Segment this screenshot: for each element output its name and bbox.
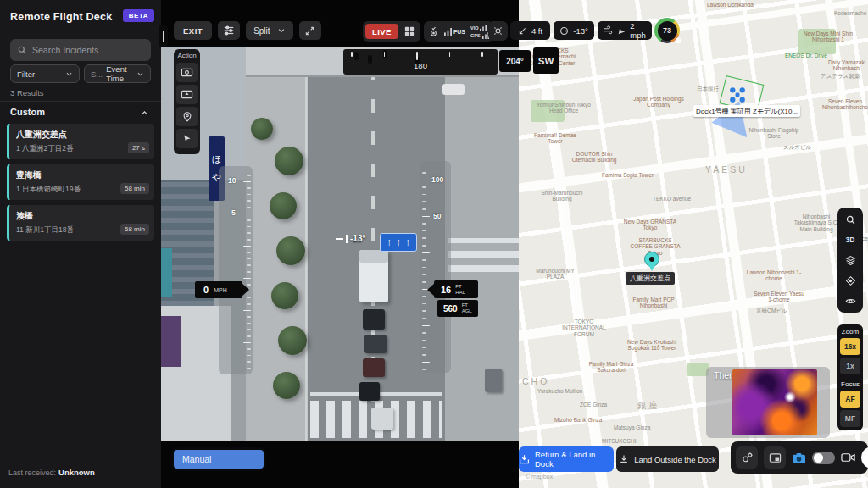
gimbal-icon (559, 26, 569, 36)
return-land-dock-button[interactable]: Return & Land in Dock (519, 446, 614, 472)
search-icon (17, 45, 27, 55)
vehicle (363, 358, 385, 377)
land-outside-label: Land Outside the Dock (634, 455, 716, 464)
media-capture-button[interactable] (176, 63, 198, 82)
alt-tick (422, 180, 430, 181)
drone-name-label[interactable]: Dock1号機 実証用 Zモデル(X10... (693, 105, 800, 117)
thermal-preview[interactable]: Thermal (706, 367, 830, 438)
incident-card[interactable]: 豊海橋1 日本橋箱崎町19番58 min (7, 164, 154, 200)
lane-traffic-sign: ↑↑↑ (380, 233, 417, 252)
live-label: LIVE (372, 27, 392, 36)
speed-tick (247, 264, 251, 266)
speed-tick (243, 181, 251, 183)
speed-tick (247, 252, 251, 253)
chevron-down-icon (65, 70, 73, 78)
speed-tick (247, 329, 251, 330)
fly-to-button[interactable] (176, 129, 198, 148)
exit-button[interactable]: EXIT (174, 21, 212, 40)
action-panel-title: Action (174, 49, 200, 59)
speed-tick (247, 187, 251, 189)
pitch-value: -13° (350, 234, 365, 243)
speed-tick (243, 342, 251, 344)
map-panel[interactable]: Lawson UchikandaKodenmachoNew Days Mini … (519, 0, 868, 488)
zoom-16x-button[interactable]: 16x (840, 338, 860, 355)
vehicle (485, 369, 502, 392)
stream-share-button[interactable] (176, 85, 198, 104)
tree (270, 192, 297, 219)
search-incidents-box[interactable] (10, 39, 151, 61)
map-label: Shin-Marunouchi Building (534, 190, 590, 202)
zoom-1x-label: 1x (846, 362, 854, 370)
fusion-status: FUS (444, 28, 465, 36)
filter-dropdown[interactable]: Filter (10, 64, 80, 83)
map-label: Famima Sopia Tower (602, 172, 654, 178)
speed-tick (243, 310, 251, 312)
land-outside-dock-button[interactable]: Land Outside the Dock (616, 446, 719, 472)
dock-icon (519, 454, 530, 465)
altitude-readout: 4 ft (510, 21, 550, 40)
hal-unit-hal: HAL (455, 290, 465, 295)
video-camera-icon[interactable] (841, 452, 855, 463)
chevron-up-icon[interactable] (140, 108, 149, 118)
map-search-button[interactable] (840, 210, 860, 229)
incident-map-pin[interactable] (644, 252, 659, 272)
map-label: CHO (522, 376, 549, 386)
search-icon (845, 214, 856, 225)
alt-tick (422, 201, 426, 202)
map-label: New Days GRANSTA Tokyo (622, 219, 678, 231)
flight-mode-manual-button[interactable]: Manual (174, 450, 264, 469)
3d-label: 3D (846, 236, 855, 244)
app-title: Remote Flight Deck (10, 11, 112, 23)
waypoint-button[interactable] (176, 107, 198, 126)
incident-time-badge: 27 s (128, 142, 149, 153)
layout-split-dropdown[interactable]: Split (246, 21, 292, 40)
brightness-button[interactable] (488, 21, 508, 41)
live-badge[interactable]: LIVE (365, 24, 398, 39)
map-label: YAESU (705, 164, 748, 175)
incident-address: 1 八重洲2丁目2番 (16, 144, 114, 154)
map-label: TOKYO INTERNATIONAL FORUM (556, 319, 612, 337)
adjustments-button[interactable] (218, 21, 240, 40)
alt-tick (422, 362, 430, 363)
camera-control-bar (731, 441, 868, 474)
sort-dropdown[interactable]: S... Event Time (84, 64, 151, 83)
sensor-status-pill: FUS VIO GPS (424, 21, 493, 42)
alt-tick (422, 296, 426, 297)
tree (271, 282, 298, 309)
picture-in-picture-button[interactable] (764, 446, 786, 469)
drone-icon[interactable] (729, 86, 746, 103)
map-3d-button[interactable]: 3D (840, 230, 860, 249)
lane-dashes (371, 77, 375, 402)
sidebar-collapse-handle[interactable] (159, 25, 168, 47)
action-panel: Action (174, 49, 200, 154)
divider (0, 101, 161, 102)
alt-tick (422, 245, 426, 247)
map-label: Mizuho Bank Ginza (554, 417, 602, 423)
map-visibility-button[interactable] (840, 291, 860, 310)
shutter-button[interactable] (861, 446, 868, 469)
grid-view-button[interactable] (401, 24, 418, 39)
speed-tick (247, 303, 251, 305)
capture-mode-toggle[interactable] (812, 452, 835, 464)
map-label: ZOE Ginza (580, 402, 607, 408)
map-layers-button[interactable] (840, 251, 860, 269)
chevron-down-icon (277, 26, 286, 35)
map-recenter-button[interactable] (840, 271, 860, 290)
incident-pin-text: 八重洲交差点 (630, 274, 670, 282)
photo-camera-icon[interactable] (792, 452, 806, 464)
hal-value: 16 (441, 285, 451, 295)
map-label: TEKKO avenue (653, 196, 691, 202)
incident-card[interactable]: 湊橋11 新川1丁目18番58 min (7, 205, 154, 241)
speed-scale-label: 5 (231, 208, 236, 217)
incident-card[interactable]: 八重洲交差点1 八重洲2丁目2番27 s (7, 124, 154, 159)
zoom-1x-button[interactable]: 1x (840, 358, 860, 374)
beta-badge: BETA (123, 9, 154, 22)
speed-tick (243, 278, 251, 280)
camera-settings-button[interactable] (736, 446, 758, 469)
alt-tick (422, 223, 426, 225)
map-label: Seven Eleven Nihonbashihoncho (822, 98, 868, 111)
focus-af-button[interactable]: AF (840, 391, 860, 408)
focus-mf-button[interactable]: MF (840, 410, 860, 427)
fullscreen-button[interactable] (299, 21, 321, 40)
search-input[interactable] (32, 45, 144, 55)
